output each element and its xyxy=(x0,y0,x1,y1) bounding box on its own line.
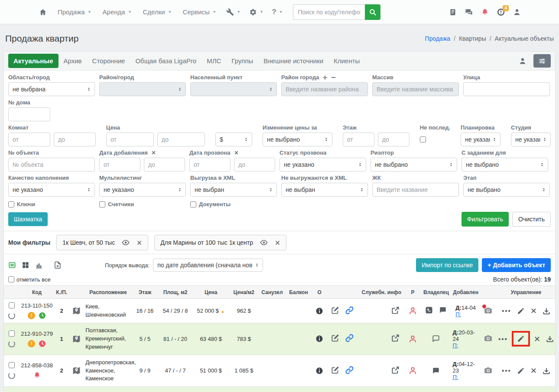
status-ring-icon[interactable] xyxy=(8,372,15,379)
filter-button[interactable]: Фильтровать xyxy=(462,212,509,227)
stage-select[interactable]: не выбрано xyxy=(463,183,550,197)
tab-external-sources[interactable]: Внешние источники xyxy=(258,54,328,68)
date-added-to-input[interactable] xyxy=(144,158,185,172)
edit-pencil-icon[interactable] xyxy=(517,307,525,315)
clock-red-icon[interactable] xyxy=(39,340,46,347)
tab-clients[interactable]: Клиенты xyxy=(328,54,365,68)
edit-note-icon[interactable] xyxy=(331,306,339,314)
date-call-to-input[interactable] xyxy=(234,158,275,172)
comment-bubble-icon[interactable] xyxy=(421,367,451,375)
rooms-from-input[interactable] xyxy=(8,133,50,146)
chessboard-button[interactable]: Шахматка xyxy=(8,212,48,226)
comment-bubble-icon[interactable] xyxy=(421,335,451,343)
menu-rent[interactable]: Аренда▼ xyxy=(97,5,137,19)
more-actions-icon[interactable]: ••• xyxy=(502,307,511,314)
info-icon[interactable] xyxy=(313,335,326,343)
xml-upload-select[interactable]: не выбран xyxy=(190,183,277,197)
more-actions-icon[interactable]: ••• xyxy=(502,367,511,374)
menu-sales[interactable]: Продажа▼ xyxy=(52,5,97,19)
excel-export-icon[interactable] xyxy=(54,261,62,269)
profile-icon[interactable] xyxy=(513,8,521,16)
currency-select[interactable]: $ xyxy=(215,133,252,146)
keys-checkbox[interactable] xyxy=(8,201,14,207)
settings-menu[interactable]: ▼ xyxy=(245,5,268,19)
bell-red-icon[interactable] xyxy=(33,372,41,379)
external-link-icon[interactable] xyxy=(391,309,400,316)
order-select[interactable]: по дате добавления (сначала новые) xyxy=(153,259,263,272)
price-from-input[interactable] xyxy=(106,133,154,146)
menu-deals[interactable]: Сделки▼ xyxy=(137,5,177,19)
clock-green-icon[interactable] xyxy=(39,312,46,319)
counters-checkbox[interactable] xyxy=(99,201,105,207)
search-button[interactable] xyxy=(365,4,380,20)
grid-view-icon[interactable] xyxy=(22,261,29,269)
clear-date-call-icon[interactable] xyxy=(234,150,239,155)
info-icon[interactable] xyxy=(313,367,326,375)
tab-archive[interactable]: Архив xyxy=(58,54,87,68)
tools-menu[interactable]: ▼ xyxy=(222,5,245,19)
tab-third-party[interactable]: Сторонние xyxy=(87,54,130,68)
house-input[interactable] xyxy=(8,107,50,121)
view-filter-eye-icon[interactable] xyxy=(122,239,130,246)
edit-pencil-icon[interactable] xyxy=(517,335,525,343)
map-icon[interactable] xyxy=(70,334,83,343)
search-input[interactable] xyxy=(293,4,365,20)
owner-person-icon[interactable] xyxy=(406,307,419,315)
alerts-icon[interactable]: 4 xyxy=(497,8,505,16)
owner-person-icon[interactable] xyxy=(406,335,419,343)
settlement-select[interactable] xyxy=(190,82,277,96)
district-select[interactable] xyxy=(99,82,186,96)
tab-mls[interactable]: МЛС xyxy=(202,54,226,68)
filter-settings-button[interactable] xyxy=(533,54,551,68)
object-number-input[interactable] xyxy=(8,158,95,172)
edit-note-icon[interactable] xyxy=(331,334,339,342)
remove-district-icon[interactable]: − xyxy=(331,74,336,81)
camera-icon[interactable] xyxy=(484,366,493,375)
camera-icon[interactable] xyxy=(484,334,493,343)
remove-filter-icon[interactable] xyxy=(275,240,280,246)
import-by-link-button[interactable]: Импорт по ссылке xyxy=(416,258,478,272)
region-select[interactable]: не выбрана xyxy=(8,82,95,96)
clear-date-added-icon[interactable] xyxy=(151,150,156,155)
link-icon[interactable] xyxy=(345,334,354,342)
notifications-bell-icon[interactable] xyxy=(481,8,489,16)
task-for-select[interactable]: не выбрано xyxy=(462,158,548,172)
chart-view-icon[interactable] xyxy=(35,261,43,269)
owner-person-icon[interactable] xyxy=(406,366,419,375)
status-ring-icon[interactable] xyxy=(8,312,15,319)
edit-note-icon[interactable] xyxy=(331,366,339,374)
p-link[interactable]: П: xyxy=(455,311,461,317)
multilisting-select[interactable]: не указано xyxy=(99,183,186,197)
row-checkbox[interactable] xyxy=(9,302,15,308)
home-icon[interactable] xyxy=(36,6,49,19)
tab-actual[interactable]: Актуальные xyxy=(8,54,58,68)
camera-icon[interactable] xyxy=(484,306,493,315)
rooms-to-input[interactable] xyxy=(54,133,96,146)
row-checkbox[interactable] xyxy=(9,330,15,337)
layout-select[interactable]: не указано xyxy=(461,133,500,146)
directory-icon[interactable] xyxy=(449,8,457,16)
download-icon[interactable] xyxy=(546,335,554,343)
date-call-from-input[interactable] xyxy=(189,158,231,172)
xml-not-upload-select[interactable]: не выбран xyxy=(281,183,368,197)
comment-bubble-icon[interactable] xyxy=(439,306,447,314)
street-input[interactable] xyxy=(463,82,550,96)
warning-icon[interactable]: ! xyxy=(28,340,35,347)
studio-select[interactable]: не указано xyxy=(511,133,551,146)
realtor-select[interactable]: не выбрано xyxy=(370,158,457,172)
remove-filter-icon[interactable] xyxy=(136,240,142,246)
warning-icon[interactable]: ! xyxy=(28,312,35,319)
quality-select[interactable]: не указано xyxy=(8,183,95,197)
date-added-from-input[interactable] xyxy=(99,158,140,172)
link-icon[interactable] xyxy=(345,366,354,374)
clear-button[interactable]: Очистить xyxy=(512,212,551,227)
p-link[interactable]: П: xyxy=(453,374,458,380)
external-link-icon[interactable] xyxy=(391,369,400,376)
external-link-icon[interactable] xyxy=(391,337,400,343)
user-icon[interactable] xyxy=(519,57,526,65)
more-actions-icon[interactable]: ••• xyxy=(498,335,508,343)
map-icon[interactable] xyxy=(70,306,83,315)
select-all-checkbox[interactable] xyxy=(8,276,14,282)
help-menu[interactable]: ?▼ xyxy=(268,5,287,19)
not-last-checkbox[interactable] xyxy=(420,136,426,143)
